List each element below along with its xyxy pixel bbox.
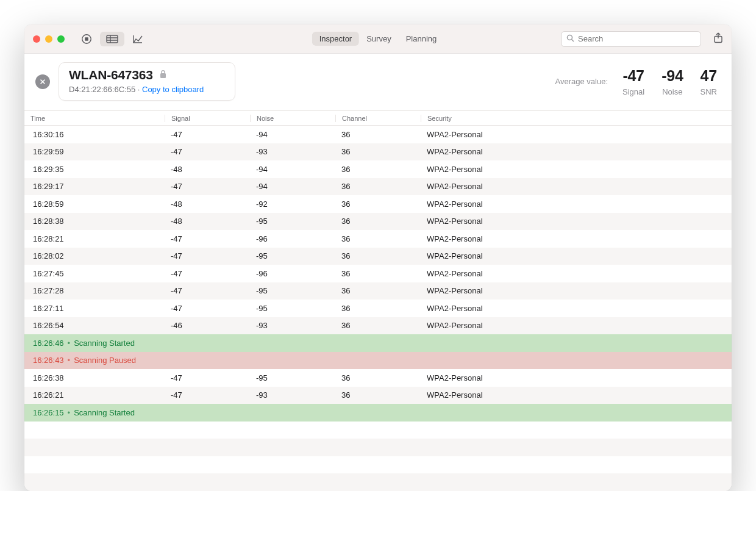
cell-noise: -93 [250,147,335,156]
stat-noise-value: -94 [661,67,683,85]
cell-security: WPA2-Personal [421,147,701,156]
cell-time: 16:28:02 [24,251,165,260]
table-body: 16:30:16-47-9436WPA2-Personal16:29:59-47… [24,126,732,491]
table-row[interactable]: 16:29:35-48-9436WPA2-Personal [24,160,732,178]
cell-time: 16:27:11 [24,304,165,313]
cell-noise: -95 [250,251,335,260]
cell-channel: 36 [335,165,421,174]
cell-noise: -96 [250,269,335,278]
cell-noise: -93 [250,390,335,400]
share-button[interactable] [713,32,723,45]
table-row[interactable]: 16:30:16-47-9436WPA2-Personal [24,126,732,143]
table-row[interactable]: 16:27:11-47-9536WPA2-Personal [24,300,732,317]
search-icon [566,34,574,44]
cell-security: WPA2-Personal [421,373,701,382]
cell-noise: -95 [250,304,335,313]
cell-noise: -96 [250,234,335,243]
table-row[interactable]: 16:26:54-46-9336WPA2-Personal [24,317,732,335]
app-window: Inspector Survey Planning WLAN-647363 [24,24,732,491]
cell-channel: 36 [335,286,421,295]
cell-security: WPA2-Personal [421,390,701,400]
cell-channel: 36 [335,130,421,139]
cell-channel: 36 [335,147,421,156]
cell-security: WPA2-Personal [421,321,701,330]
table-row[interactable]: 16:28:02-47-9536WPA2-Personal [24,248,732,265]
tab-planning[interactable]: Planning [399,32,444,46]
cell-time: 16:29:17 [24,182,165,191]
event-row-paused[interactable]: 16:26:43•Scanning Paused [24,352,732,370]
table-header: Time Signal Noise Channel Security [24,111,732,126]
header-panel: WLAN-647363 D4:21:22:66:6C:55 · Copy to … [24,54,732,111]
cell-channel: 36 [335,199,421,209]
lock-icon [159,70,167,81]
filler-row [24,422,732,439]
cell-signal: -47 [165,304,250,313]
event-row-started[interactable]: 16:26:15•Scanning Started [24,404,732,422]
col-noise[interactable]: Noise [250,115,335,122]
cell-channel: 36 [335,390,421,400]
table-row[interactable]: 16:28:21-47-9636WPA2-Personal [24,230,732,248]
table-row[interactable]: 16:27:45-47-9636WPA2-Personal [24,265,732,282]
event-row-started[interactable]: 16:26:46•Scanning Started [24,334,732,352]
stat-signal: -47 Signal [622,67,644,96]
col-time[interactable]: Time [24,115,165,122]
cell-signal: -46 [165,321,250,330]
network-card: WLAN-647363 D4:21:22:66:6C:55 · Copy to … [59,62,235,101]
cell-signal: -47 [165,269,250,278]
average-value-label: Average value: [555,77,608,86]
table-row[interactable]: 16:26:38-47-9536WPA2-Personal [24,369,732,387]
cell-time: 16:28:21 [24,234,165,243]
table-row[interactable]: 16:29:59-47-9336WPA2-Personal [24,143,732,161]
cell-noise: -94 [250,130,335,139]
window-zoom-button[interactable] [57,35,65,43]
cell-security: WPA2-Personal [421,286,701,295]
filler-row [24,473,732,491]
table-view-button[interactable] [100,32,124,46]
svg-line-7 [572,39,574,41]
chart-view-button[interactable] [129,32,146,46]
table-row[interactable]: 16:28:59-48-9236WPA2-Personal [24,195,732,213]
event-time: 16:26:46 [33,339,64,348]
tab-survey[interactable]: Survey [359,32,398,46]
cell-channel: 36 [335,373,421,382]
stat-noise-label: Noise [661,87,683,96]
copy-bssid-link[interactable]: Copy to clipboard [142,85,204,94]
stat-snr: 47 SNR [701,67,717,96]
cell-channel: 36 [335,251,421,260]
cell-time: 16:29:35 [24,165,165,174]
col-security[interactable]: Security [421,115,701,122]
table-row[interactable]: 16:27:28-47-9536WPA2-Personal [24,282,732,300]
stat-signal-value: -47 [622,67,644,85]
cell-noise: -92 [250,199,335,209]
record-stop-button[interactable] [78,32,95,46]
cell-time: 16:26:38 [24,373,165,382]
table-row[interactable]: 16:29:17-47-9436WPA2-Personal [24,178,732,196]
cell-security: WPA2-Personal [421,182,701,191]
cell-noise: -95 [250,286,335,295]
window-minimize-button[interactable] [45,35,52,43]
filler-row [24,456,732,474]
stat-snr-label: SNR [701,87,717,96]
close-detail-button[interactable] [35,74,50,89]
col-signal[interactable]: Signal [165,115,250,122]
search-input[interactable] [578,34,696,43]
col-channel[interactable]: Channel [335,115,421,122]
tab-inspector[interactable]: Inspector [312,32,359,46]
table-row[interactable]: 16:28:38-48-9536WPA2-Personal [24,213,732,231]
cell-signal: -47 [165,130,250,139]
svg-rect-2 [107,35,118,43]
window-close-button[interactable] [33,35,40,43]
cell-security: WPA2-Personal [421,269,701,278]
filler-row [24,439,732,456]
cell-time: 16:27:28 [24,286,165,295]
cell-noise: -95 [250,373,335,382]
svg-rect-11 [160,73,166,78]
table-row[interactable]: 16:26:21-47-9336WPA2-Personal [24,387,732,404]
event-message: Scanning Started [74,339,135,348]
cell-signal: -47 [165,373,250,382]
cell-channel: 36 [335,182,421,191]
search-field[interactable] [561,31,701,47]
cell-signal: -47 [165,390,250,400]
cell-noise: -94 [250,182,335,191]
event-time: 16:26:43 [33,356,64,365]
